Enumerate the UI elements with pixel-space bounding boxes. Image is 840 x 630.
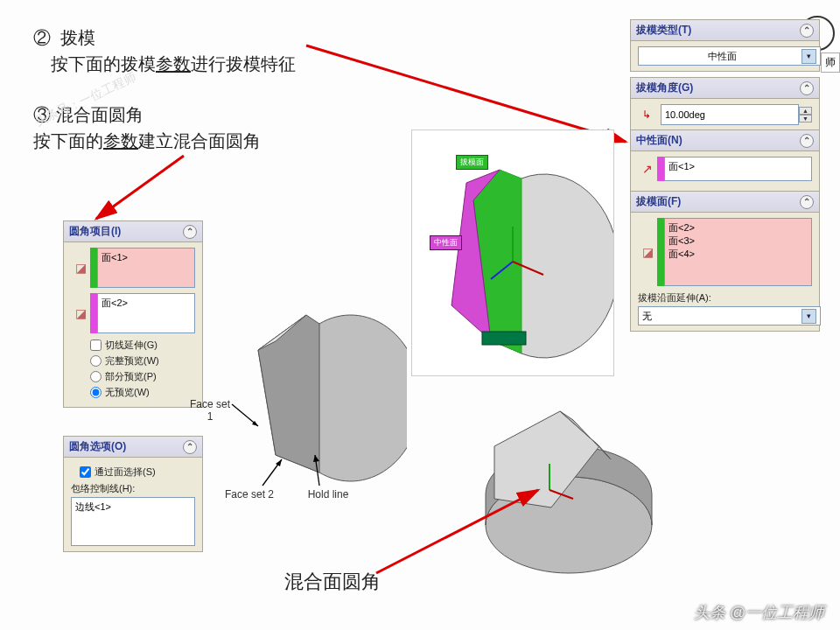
neutral-face-panel: 中性面(N) ⌃ ↗ 面<1> — [630, 130, 820, 192]
chevron-down-icon: ▾ — [802, 309, 816, 324]
color-swatch-green — [90, 248, 97, 288]
face2-selection[interactable]: 面<2> — [97, 293, 195, 333]
svg-rect-5 — [482, 332, 526, 345]
color-swatch-magenta — [657, 157, 664, 181]
color-swatch-magenta — [90, 293, 97, 333]
draft-faces-panel: 拔模面(F) ⌃ ◪ 面<2> 面<3> 面<4> 拔模沿面延伸(A): 无 ▾ — [630, 191, 820, 332]
holdline-selection[interactable]: 边线<1> — [71, 497, 195, 546]
callout-arrow — [262, 459, 289, 490]
fillet-annotation: 混合面圆角 — [284, 569, 381, 595]
faceset-icon: ◪ — [638, 218, 657, 286]
draft-face-tag: 拔模面 — [456, 155, 488, 170]
holdline-label: Hold line — [298, 488, 359, 500]
step2-title: 拨模 — [60, 28, 95, 47]
faceset2-label: Face set 2 — [219, 488, 280, 500]
svg-line-12 — [376, 490, 538, 573]
corner-badge: 师 — [821, 52, 840, 73]
draft-type-panel: 拔模类型(T) ⌃ 中性面 ▾ — [630, 19, 820, 72]
neutral-face-selection[interactable]: 面<1> — [664, 157, 812, 181]
faceset-icon: ◪ — [71, 293, 90, 333]
svg-line-0 — [306, 46, 626, 142]
fillet-items-panel: 圆角项目(I) ⌃ ◪ 面<1> ◪ 面<2> 切线延伸(G) 完整预览(W) … — [63, 220, 203, 408]
draft-angle-header[interactable]: 拔模角度(G) ⌃ — [631, 78, 819, 99]
angle-spinner[interactable]: ▲▼ — [799, 107, 812, 122]
faceset1-label: Face set 1 — [188, 398, 232, 423]
extend-dropdown[interactable]: 无 ▾ — [638, 306, 821, 326]
draft-type-header[interactable]: 拔模类型(T) ⌃ — [631, 20, 819, 41]
holdline-label: 包络控制线(H): — [71, 482, 195, 495]
draft-faces-header[interactable]: 拔模面(F) ⌃ — [631, 192, 819, 213]
collapse-icon[interactable]: ⌃ — [183, 440, 197, 454]
credit-text: 头条 @一位工程师 — [694, 602, 824, 623]
collapse-icon[interactable]: ⌃ — [800, 81, 814, 95]
collapse-icon[interactable]: ⌃ — [800, 24, 814, 38]
full-preview-radio[interactable]: 完整预览(W) — [90, 354, 195, 368]
no-preview-radio[interactable]: 无预览(W) — [90, 386, 195, 399]
draft-type-dropdown[interactable]: 中性面 ▾ — [638, 46, 821, 66]
tangent-extend-checkbox[interactable]: 切线延伸(G) — [90, 339, 195, 352]
color-swatch-green — [657, 218, 664, 286]
partial-preview-radio[interactable]: 部分预览(P) — [90, 370, 195, 383]
callout-arrow — [306, 455, 332, 490]
collapse-icon[interactable]: ⌃ — [800, 134, 814, 148]
face-selection-checkbox[interactable]: 通过面选择(S) — [80, 466, 195, 479]
draft-faces-selection[interactable]: 面<2> 面<3> 面<4> — [664, 218, 812, 286]
faceset-icon: ◪ — [71, 248, 90, 288]
chevron-down-icon: ▾ — [802, 49, 816, 64]
angle-icon: ↳ — [638, 106, 655, 123]
svg-line-1 — [96, 156, 184, 219]
annotation-arrow — [376, 486, 551, 582]
fillet-options-header[interactable]: 圆角选项(O) ⌃ — [64, 437, 202, 458]
step2-number: ② — [33, 28, 51, 47]
draft-angle-panel: 拔模角度(G) ⌃ ↳ 10.00deg ▲▼ — [630, 77, 820, 131]
fillet-options-panel: 圆角选项(O) ⌃ 通过面选择(S) 包络控制线(H): 边线<1> — [63, 436, 203, 552]
direction-icon[interactable]: ↗ — [638, 157, 657, 181]
face1-selection[interactable]: 面<1> — [97, 248, 195, 288]
extend-label: 拔模沿面延伸(A): — [638, 291, 812, 304]
callout-arrow — [232, 404, 267, 439]
neutral-face-tag: 中性面 — [430, 235, 462, 250]
collapse-icon[interactable]: ⌃ — [800, 195, 814, 209]
draft-3d-illustration: 拔模面 中性面 — [411, 130, 614, 376]
angle-input[interactable]: 10.00deg — [661, 104, 799, 125]
neutral-face-header[interactable]: 中性面(N) ⌃ — [631, 130, 819, 151]
arrow-to-left-panel — [88, 156, 201, 234]
